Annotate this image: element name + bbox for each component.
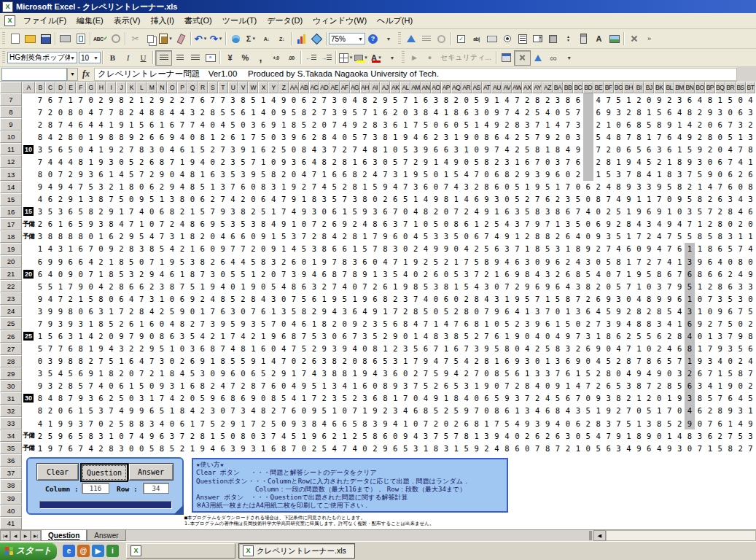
grid-cell[interactable]: 5 xyxy=(461,330,472,342)
grid-cell[interactable]: 1 xyxy=(167,343,177,355)
grid-cell[interactable]: 9 xyxy=(482,93,492,106)
grid-cell[interactable]: 6 xyxy=(573,93,583,106)
row-input[interactable]: 34 xyxy=(143,483,169,494)
grid-cell[interactable]: 5 xyxy=(380,355,390,368)
grid-cell[interactable]: 6 xyxy=(542,317,553,330)
grid-cell[interactable]: 1 xyxy=(370,106,380,118)
grid-cell[interactable]: 6 xyxy=(66,442,76,454)
grid-cell[interactable]: 7 xyxy=(45,343,55,355)
option-button-control-icon[interactable] xyxy=(499,32,515,46)
grid-cell[interactable]: 7 xyxy=(664,405,674,417)
grid-cell[interactable]: 4 xyxy=(208,292,218,305)
grid-cell[interactable]: 0 xyxy=(340,317,350,330)
row-header[interactable]: 15 xyxy=(0,193,22,206)
menu-item[interactable]: ファイル(F) xyxy=(18,13,71,28)
grid-cell[interactable]: 3 xyxy=(614,106,624,118)
grid-cell[interactable]: 4 xyxy=(96,280,106,292)
column-header[interactable]: AI xyxy=(370,82,380,93)
grid-cell[interactable]: 9 xyxy=(746,268,756,280)
grid-cell[interactable]: 3 xyxy=(350,255,360,268)
grid-cell[interactable]: 3 xyxy=(512,206,522,218)
grid-cell[interactable]: 6 xyxy=(390,317,400,330)
grid-cell[interactable]: 0 xyxy=(593,206,604,218)
grid-cell[interactable]: 4 xyxy=(55,368,66,380)
grid-cell[interactable]: 0 xyxy=(187,305,198,317)
row-header[interactable]: 38 xyxy=(0,479,22,491)
grid-cell[interactable]: 7 xyxy=(553,368,563,380)
grid-cell[interactable]: 9 xyxy=(350,317,360,330)
grid-cell[interactable]: 9 xyxy=(532,218,542,230)
grid-cell[interactable]: 8 xyxy=(289,118,299,131)
grid-cell[interactable]: 5 xyxy=(410,343,421,355)
grid-cell[interactable]: 9 xyxy=(502,230,512,243)
grid-cell[interactable]: 7 xyxy=(299,230,309,243)
grid-cell[interactable]: 8 xyxy=(116,93,126,106)
grid-cell[interactable]: 3 xyxy=(563,218,573,230)
grid-cell[interactable]: 3 xyxy=(715,292,725,305)
grid-cell[interactable]: 9 xyxy=(319,305,330,317)
grid-cell[interactable]: 5 xyxy=(451,405,461,417)
grid-cell[interactable]: 8 xyxy=(177,193,187,206)
grid-cell[interactable]: 6 xyxy=(147,118,157,131)
grid-cell[interactable]: 3 xyxy=(238,405,248,417)
toolbar-handle[interactable] xyxy=(402,51,405,64)
grid-cell[interactable]: 8 xyxy=(86,206,96,218)
grid-cell[interactable]: 9 xyxy=(66,417,76,429)
grid-cell[interactable]: 4 xyxy=(410,206,421,218)
grid-cell[interactable]: 8 xyxy=(238,429,248,442)
grid-cell[interactable]: 1 xyxy=(86,343,96,355)
grid-cell[interactable]: 4 xyxy=(390,181,400,193)
grid-cell[interactable]: 8 xyxy=(86,429,96,442)
grid-cell[interactable]: 8 xyxy=(66,106,76,118)
grid-cell[interactable]: 2 xyxy=(512,143,522,155)
grid-cell[interactable]: 5 xyxy=(126,255,136,268)
grid-cell[interactable]: 2 xyxy=(55,380,66,392)
grid-cell[interactable]: 6 xyxy=(715,243,725,255)
grid-cell[interactable]: 8 xyxy=(177,405,187,417)
grid-cell[interactable]: 8 xyxy=(258,218,268,230)
grid-cell[interactable]: 6 xyxy=(461,317,472,330)
grid-cell[interactable]: 1 xyxy=(238,280,248,292)
grid-cell[interactable]: 1 xyxy=(512,155,522,168)
grid-cell[interactable]: 4 xyxy=(45,268,55,280)
grid-cell[interactable]: 2 xyxy=(370,93,380,106)
grid-cell[interactable]: 9 xyxy=(218,317,228,330)
grid-cell[interactable]: 5 xyxy=(167,442,177,454)
grid-cell[interactable]: 9 xyxy=(482,380,492,392)
grid-cell[interactable]: 4 xyxy=(258,106,268,118)
grid-cell[interactable]: 7 xyxy=(289,292,299,305)
sheet-tab-question[interactable]: Question xyxy=(41,530,87,541)
grid-cell[interactable]: 2 xyxy=(45,106,55,118)
grid-cell[interactable]: 2 xyxy=(614,405,624,417)
grid-cell[interactable]: 0 xyxy=(451,118,461,131)
grid-cell[interactable]: 9 xyxy=(482,193,492,206)
grid-cell[interactable]: 3 xyxy=(491,193,502,206)
grid-cell[interactable]: 5 xyxy=(289,305,299,317)
grid-cell[interactable]: 4 xyxy=(167,392,177,405)
grid-cell[interactable]: 3 xyxy=(268,255,278,268)
grid-cell[interactable]: 6 xyxy=(66,405,76,417)
menu-item[interactable]: ツール(T) xyxy=(217,13,262,28)
grid-cell[interactable]: 7 xyxy=(299,330,309,342)
grid-cell[interactable] xyxy=(583,118,593,131)
grid-cell[interactable]: 0 xyxy=(248,230,258,243)
grid-cell[interactable]: 6 xyxy=(553,280,563,292)
grid-cell[interactable]: 8 xyxy=(634,118,644,131)
grid-cell[interactable]: 4 xyxy=(309,268,319,280)
grid-cell[interactable]: 0 xyxy=(654,429,664,442)
grid-cell[interactable]: 1 xyxy=(360,405,370,417)
grid-cell[interactable]: 0 xyxy=(289,355,299,368)
grid-cell[interactable]: 4 xyxy=(502,255,512,268)
grid-cell[interactable]: 7 xyxy=(360,280,370,292)
grid-cell[interactable]: 9 xyxy=(380,93,390,106)
grid-cell[interactable]: 6 xyxy=(664,268,674,280)
grid-cell[interactable]: 3 xyxy=(736,280,746,292)
grid-cell[interactable]: 8 xyxy=(66,380,76,392)
grid-cell[interactable]: 0 xyxy=(644,343,654,355)
grid-cell[interactable]: 5 xyxy=(238,268,248,280)
row-header[interactable]: 40 xyxy=(0,505,22,517)
grid-cell[interactable]: 0 xyxy=(147,380,157,392)
column-header[interactable]: BE xyxy=(593,82,604,93)
grid-cell[interactable]: 5 xyxy=(421,380,431,392)
clear-button[interactable]: Clear xyxy=(36,463,79,481)
